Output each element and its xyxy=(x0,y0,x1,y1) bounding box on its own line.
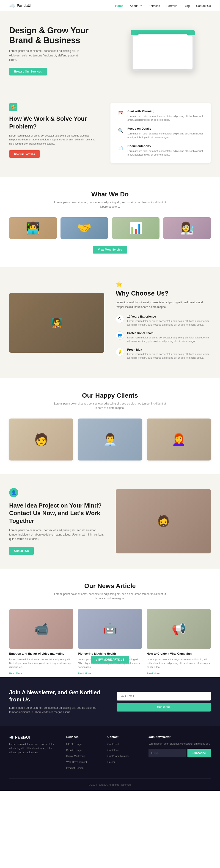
hero-title: Design & Grow Your Brand & Business xyxy=(9,26,105,45)
team-title: Professional Team xyxy=(127,331,211,335)
read-more-2[interactable]: Read More xyxy=(78,672,91,675)
news-subtitle: Lorem ipsum dolor sit amet, consectetur … xyxy=(53,592,167,601)
service-card-marketing[interactable]: 📊 Marketing › xyxy=(112,217,159,239)
news-img-2: 🤖 xyxy=(78,609,142,649)
hero-description: Lorem ipsum dolor sit amet, consectetur … xyxy=(9,49,82,62)
why-description: Lorem ipsum dolor sit amet, consectetur … xyxy=(116,300,211,309)
footer-link-product[interactable]: Product Design xyxy=(66,767,83,769)
why-right: ⭐ Why Choose Us? Lorem ipsum dolor sit a… xyxy=(116,281,211,364)
contact-image: 🧔 xyxy=(116,489,211,553)
how-item-3-title: Documentations xyxy=(127,144,205,148)
footer-divider xyxy=(9,778,211,779)
footer-services-col: Services UI/UX Design Brand Design Digit… xyxy=(66,735,98,772)
news-section: Our News Article Lorem ipsum dolor sit a… xyxy=(0,568,220,677)
why-section: 🧑‍🏫 ⭐ Why Choose Us? Lorem ipsum dolor s… xyxy=(0,267,220,378)
contact-section: 👤 Have Idea Project on Your Mind? Contac… xyxy=(0,474,220,568)
experience-desc: Lorem ipsum dolor sit amet, consectetur … xyxy=(127,319,211,327)
footer-link-webdev[interactable]: Web Development xyxy=(66,761,87,763)
idea-title: Fresh Idea xyxy=(127,348,211,351)
why-title: Why Choose Us? xyxy=(116,290,211,297)
footer-link-phone[interactable]: Our Phone Number xyxy=(108,755,129,757)
newsletter-email-input[interactable] xyxy=(117,692,211,701)
nav-home[interactable]: Home xyxy=(115,4,123,7)
footer-services-list: UI/UX Design Brand Design Digital Market… xyxy=(66,742,98,770)
nav-services[interactable]: Services xyxy=(148,4,160,7)
clients-section: Our Happy Clients Lorem ipsum dolor sit … xyxy=(0,378,220,474)
nav-blog[interactable]: Blog xyxy=(184,4,190,7)
news-img-1: 📹 xyxy=(9,609,73,649)
hero-cta-button[interactable]: Browse Our Services xyxy=(9,68,47,75)
view-more-services-button[interactable]: View More Service xyxy=(93,246,127,253)
what-title: What We Do xyxy=(9,191,211,198)
nav-about[interactable]: About Us xyxy=(130,4,142,7)
service-img-brand: 🤝 xyxy=(61,217,108,239)
footer-logo: ☁️ PandaUI xyxy=(9,735,57,740)
nav-links: Home About Us Services Portfolio Blog Co… xyxy=(115,4,211,8)
how-title: How We Work & Solve Your Problem? xyxy=(9,115,97,130)
news-card-1: 📹 Emotion and the art of video marketing… xyxy=(9,609,73,649)
service-card-uiux[interactable]: 👩‍💻 UI/UX Design › xyxy=(9,217,57,239)
services-grid: 👩‍💻 UI/UX Design › 🤝 Brand Design › 📊 Ma… xyxy=(9,217,211,239)
client-img-2: 👨‍💼 xyxy=(78,418,142,461)
footer-brand-desc: Lorem ipsum dolor sit amet, consectetur … xyxy=(9,742,57,754)
why-image: 🧑‍🏫 xyxy=(9,293,104,353)
footer: ☁️ PandaUI Lorem ipsum dolor sit amet, c… xyxy=(0,726,220,791)
contact-description: Lorem ipsum dolor sit amet, consectetur … xyxy=(9,528,104,541)
service-card-brand[interactable]: 🤝 Brand Design › xyxy=(61,217,108,239)
client-img-1: 🧑 xyxy=(9,418,73,461)
service-img-uiux: 👩‍💻 xyxy=(9,217,57,239)
footer-link-uiux[interactable]: UI/UX Design xyxy=(66,743,82,745)
news-title-2: Pioneering Machine Health xyxy=(78,652,142,656)
news-card-2: 🤖 Pioneering Machine Health Lorem ipsum … xyxy=(78,609,142,649)
hero-mockup: Making a Great Layout for Your Ordering … xyxy=(131,30,195,71)
planning-icon: 📅 xyxy=(117,110,124,117)
footer-link-email[interactable]: Our Email xyxy=(108,743,119,745)
news-grid: 📹 Emotion and the art of video marketing… xyxy=(9,609,211,649)
clients-subtitle: Lorem ipsum dolor sit amet, consectetur … xyxy=(53,402,167,410)
why-item-experience: ⏱ 12 Years Experience Lorem ipsum dolor … xyxy=(116,315,211,327)
contact-left: 👤 Have Idea Project on Your Mind? Contac… xyxy=(9,488,104,555)
why-img-box: 🧑‍🏫 xyxy=(9,293,104,353)
footer-newsletter-title: Join Newsletter xyxy=(148,735,211,739)
footer-logo-icon: ☁️ xyxy=(9,735,14,740)
service-img-dev: 👩‍🔬 xyxy=(163,217,211,239)
view-more-articles-button[interactable]: VIEW MORE ARTICLE xyxy=(91,656,130,663)
brand-logo[interactable]: ☁️ PandaUI xyxy=(9,3,31,9)
why-item-team: 👥 Professional Team Lorem ipsum dolor si… xyxy=(116,331,211,343)
newsletter-title: Join A Newsletter, and Get Notified from… xyxy=(9,689,103,703)
footer-link-marketing[interactable]: Digital Marketing xyxy=(66,755,85,757)
footer-copyright: © 2024 PandaUI. All Rights Reserved. xyxy=(9,783,211,786)
news-title-1: Emotion and the art of video marketing xyxy=(9,652,73,656)
how-item-1-title: Start with Planning xyxy=(127,110,205,113)
newsletter-section: Join A Newsletter, and Get Notified from… xyxy=(0,677,220,726)
footer-link-brand[interactable]: Brand Design xyxy=(66,749,82,751)
hero-text: Design & Grow Your Brand & Business Lore… xyxy=(9,26,105,75)
how-item-1: 📅 Start with Planning Lorem ipsum dolor … xyxy=(117,110,205,122)
footer-email-input[interactable] xyxy=(148,749,186,757)
client-card-3: 👩‍🦰 👑 Shoo Thar Mhie Lorem ipsum dolor s… xyxy=(147,418,211,461)
read-more-3[interactable]: Read More xyxy=(147,672,159,675)
news-title: Our News Article xyxy=(9,582,211,590)
contact-title: Have Idea Project on Your Mind? Contact … xyxy=(9,502,104,525)
idea-icon: 💡 xyxy=(116,348,124,356)
footer-link-career[interactable]: Career xyxy=(108,761,115,763)
contact-cta-button[interactable]: Contact Us xyxy=(9,547,34,555)
how-cta-button[interactable]: See Our Portfolio xyxy=(9,150,40,158)
footer-subscribe-button[interactable]: Subscribe xyxy=(187,749,211,757)
brand-name: PandaUI xyxy=(17,4,31,8)
mockup-text: Making a Great Layout for Your Ordering … xyxy=(139,46,187,52)
nav-contact[interactable]: Contact Us xyxy=(196,4,211,7)
client-card-1: 🧑 ⭐ Shoo Phar Dhie Lorem ipsum dolor sit… xyxy=(9,418,73,461)
newsletter-subscribe-button[interactable]: Subscribe xyxy=(117,703,211,712)
read-more-1[interactable]: Read More xyxy=(9,672,22,675)
team-icon: 👥 xyxy=(116,331,124,340)
footer-brand: ☁️ PandaUI Lorem ipsum dolor sit amet, c… xyxy=(9,735,57,772)
nav-portfolio[interactable]: Portfolio xyxy=(167,4,177,7)
footer-top: ☁️ PandaUI Lorem ipsum dolor sit amet, c… xyxy=(9,735,211,772)
footer-link-office[interactable]: Our Office xyxy=(108,749,119,751)
service-card-dev[interactable]: 👩‍🔬 Development › xyxy=(163,217,211,239)
how-description: Lorem ipsum dolor sit amet, consectetur … xyxy=(9,134,97,146)
news-title-3: How to Create a Viral Campaign xyxy=(147,652,211,656)
what-subtitle: Lorem ipsum dolor sit amet, consectetur … xyxy=(53,200,167,209)
experience-title: 12 Years Experience xyxy=(127,315,211,318)
